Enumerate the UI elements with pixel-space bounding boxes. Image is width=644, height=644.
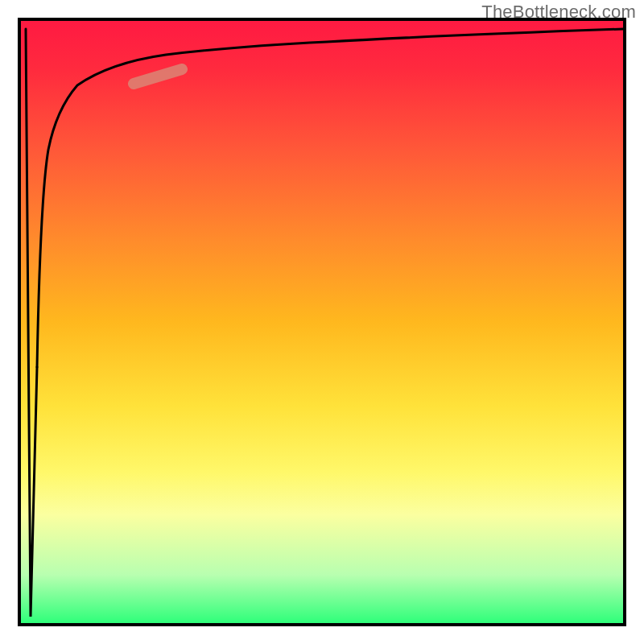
highlight-marker <box>134 69 182 84</box>
chart-canvas: TheBottleneck.com <box>0 0 644 644</box>
curve-left-drop <box>26 29 37 617</box>
plot-svg <box>21 21 623 623</box>
curve-main <box>37 29 623 367</box>
plot-area <box>18 18 626 626</box>
